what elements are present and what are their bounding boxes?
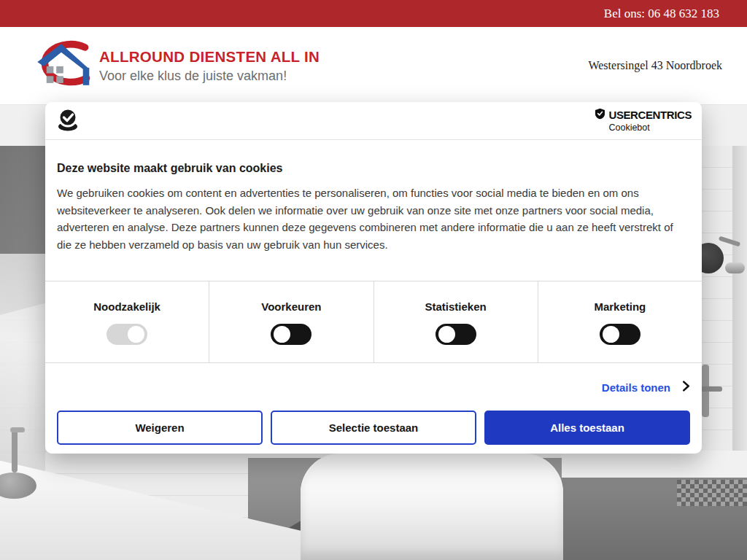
- show-details-label: Details tonen: [602, 381, 670, 394]
- deny-button[interactable]: Weigeren: [57, 411, 263, 445]
- photo-baseboard: [562, 451, 747, 481]
- show-details-link[interactable]: Details tonen: [57, 381, 690, 394]
- category-statistics: Statistieken: [374, 281, 538, 362]
- chevron-right-icon: [682, 381, 690, 394]
- category-label: Marketing: [594, 300, 646, 313]
- cookie-dialog-title: Deze website maakt gebruik van cookies: [57, 162, 690, 175]
- category-preferences: Voorkeuren: [209, 281, 373, 362]
- logo-tagline: Voor elke klus de juiste vakman!: [99, 69, 320, 84]
- category-label: Noodzakelijk: [93, 300, 160, 313]
- cookie-dialog-body: Deze website maakt gebruik van cookies W…: [45, 162, 702, 445]
- toggle-necessary: [107, 324, 147, 345]
- consent-buttons: Weigeren Selectie toestaan Alles toestaa…: [57, 411, 690, 445]
- toggle-knob: [274, 326, 290, 343]
- photo-faucet: [12, 430, 18, 472]
- usercentrics-brand[interactable]: USERCENTRICS Cookiebot: [595, 108, 692, 133]
- category-label: Voorkeuren: [261, 300, 321, 313]
- cookiebot-logo-icon: [55, 107, 80, 135]
- category-label: Statistieken: [425, 300, 487, 313]
- category-marketing: Marketing: [538, 281, 702, 362]
- house-logo-icon: [25, 38, 95, 93]
- site-header: ALLROUND DIENSTEN ALL IN Voor elke klus …: [0, 27, 747, 104]
- logo-title: ALLROUND DIENSTEN ALL IN: [99, 48, 320, 66]
- toggle-marketing[interactable]: [600, 324, 640, 345]
- usercentrics-shield-icon: [595, 108, 605, 122]
- header-address: Westersingel 43 Noordbroek: [588, 59, 722, 72]
- toggle-statistics[interactable]: [436, 324, 476, 345]
- brand-name: USERCENTRICS: [608, 109, 692, 122]
- cookie-dialog-header: USERCENTRICS Cookiebot: [45, 102, 702, 140]
- category-necessary: Noodzakelijk: [45, 281, 209, 362]
- photo-bathtub: [301, 454, 563, 560]
- toggle-knob: [438, 326, 455, 343]
- top-contact-bar: Bel ons: 06 48 632 183: [0, 0, 747, 27]
- site-logo[interactable]: ALLROUND DIENSTEN ALL IN Voor elke klus …: [25, 38, 320, 93]
- brand-product: Cookiebot: [608, 123, 692, 133]
- cookie-dialog-description: We gebruiken cookies om content en adver…: [57, 184, 690, 272]
- consent-categories: Noodzakelijk Voorkeuren Statistieken Mar…: [45, 281, 702, 363]
- toggle-knob: [128, 326, 144, 343]
- page: Bel ons: 06 48 632 183 ALLROUND DIENSTEN…: [0, 0, 747, 560]
- allow-selection-button[interactable]: Selectie toestaan: [271, 411, 476, 445]
- photo-door-handle: [725, 262, 745, 273]
- cookie-consent-dialog: USERCENTRICS Cookiebot Deze website maak…: [45, 102, 702, 454]
- photo-mosaic-tiles: [677, 480, 747, 506]
- allow-all-button[interactable]: Alles toestaan: [484, 411, 690, 445]
- toggle-knob: [603, 326, 619, 343]
- photo-glass-panel: [0, 254, 45, 480]
- phone-number: Bel ons: 06 48 632 183: [604, 7, 719, 21]
- toggle-preferences[interactable]: [271, 324, 311, 345]
